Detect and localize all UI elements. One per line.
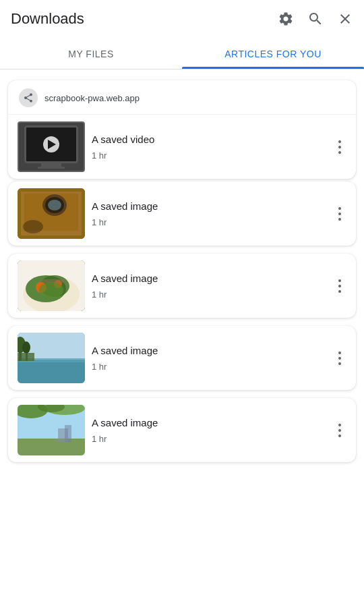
image-thumbnail-0 — [18, 188, 85, 239]
play-triangle — [48, 140, 56, 149]
settings-icon[interactable] — [278, 11, 294, 27]
tab-bar: MY FILES ARTICLES FOR YOU — [0, 38, 364, 69]
image-item-meta-1: 1 hr — [92, 289, 325, 300]
image-item-row-3: A saved image 1 hr — [8, 398, 356, 462]
sky-image — [18, 405, 85, 455]
svg-rect-16 — [18, 360, 85, 383]
three-dots-icon-2 — [338, 352, 341, 365]
video-thumbnail — [18, 121, 85, 172]
three-dots-icon — [338, 140, 341, 154]
three-dots-icon-3 — [338, 424, 341, 437]
search-icon[interactable] — [307, 11, 324, 27]
image-item-meta-3: 1 hr — [92, 434, 325, 444]
svg-point-21 — [22, 341, 30, 354]
monitor-base — [38, 167, 65, 169]
salad-image — [18, 260, 85, 311]
close-icon[interactable] — [337, 11, 353, 27]
image-item-title-3: A saved image — [92, 416, 325, 430]
svg-point-12 — [39, 282, 63, 298]
image-item-row-1: A saved image 1 hr — [8, 254, 356, 318]
image-item-info-0: A saved image 1 hr — [85, 200, 332, 227]
svg-rect-13 — [38, 279, 65, 283]
image-item-title-1: A saved image — [92, 272, 325, 285]
tab-my-files[interactable]: MY FILES — [0, 38, 182, 69]
video-item-info: A saved video 1 hr — [85, 133, 332, 161]
food-image — [18, 188, 85, 239]
image-item-title-2: A saved image — [92, 344, 325, 358]
image-item-more-button-1[interactable] — [332, 278, 348, 294]
app-header: Downloads — [0, 0, 364, 38]
image-item-more-button-3[interactable] — [332, 422, 348, 439]
image-item-card-2: A saved image 1 hr — [8, 326, 356, 390]
image-item-title-0: A saved image — [92, 200, 325, 213]
header-actions — [278, 11, 353, 27]
play-button-icon — [43, 136, 59, 152]
content-area: scrapbook-pwa.web.app A saved video 1 hr — [0, 69, 364, 481]
tab-articles-for-you[interactable]: ARTICLES FOR YOU — [182, 38, 364, 69]
image-item-meta-0: 1 hr — [92, 217, 325, 227]
svg-rect-22 — [18, 353, 34, 361]
video-item-row: A saved video 1 hr — [8, 114, 356, 179]
water-image — [18, 333, 85, 383]
image-item-card-3: A saved image 1 hr — [8, 398, 356, 462]
image-thumbnail-2 — [18, 333, 85, 383]
image-item-more-button-2[interactable] — [332, 350, 348, 366]
image-item-info-2: A saved image 1 hr — [85, 344, 332, 372]
three-dots-icon-0 — [338, 207, 341, 221]
image-item-meta-2: 1 hr — [92, 362, 325, 372]
svg-point-5 — [48, 200, 61, 211]
svg-rect-25 — [18, 439, 85, 455]
image-item-card-0: A saved image 1 hr — [8, 181, 356, 246]
page-title: Downloads — [11, 10, 278, 28]
share-icon — [19, 88, 38, 107]
svg-rect-30 — [65, 425, 71, 442]
source-row: scrapbook-pwa.web.app — [8, 80, 356, 114]
source-card-group: scrapbook-pwa.web.app A saved video 1 hr — [8, 80, 356, 179]
image-item-info-1: A saved image 1 hr — [85, 272, 332, 300]
image-thumbnail-3 — [18, 405, 85, 455]
image-item-more-button-0[interactable] — [332, 206, 348, 222]
video-item-more-button[interactable] — [332, 139, 348, 155]
three-dots-icon-1 — [338, 279, 341, 293]
monitor-body — [24, 125, 78, 163]
image-item-row-0: A saved image 1 hr — [8, 181, 356, 246]
image-thumbnail-1 — [18, 260, 85, 311]
video-item-meta: 1 hr — [92, 150, 325, 161]
image-item-card-1: A saved image 1 hr — [8, 254, 356, 318]
source-name: scrapbook-pwa.web.app — [44, 93, 140, 103]
image-item-info-3: A saved image 1 hr — [85, 416, 332, 444]
video-item-title: A saved video — [92, 133, 325, 146]
image-item-row-2: A saved image 1 hr — [8, 326, 356, 390]
